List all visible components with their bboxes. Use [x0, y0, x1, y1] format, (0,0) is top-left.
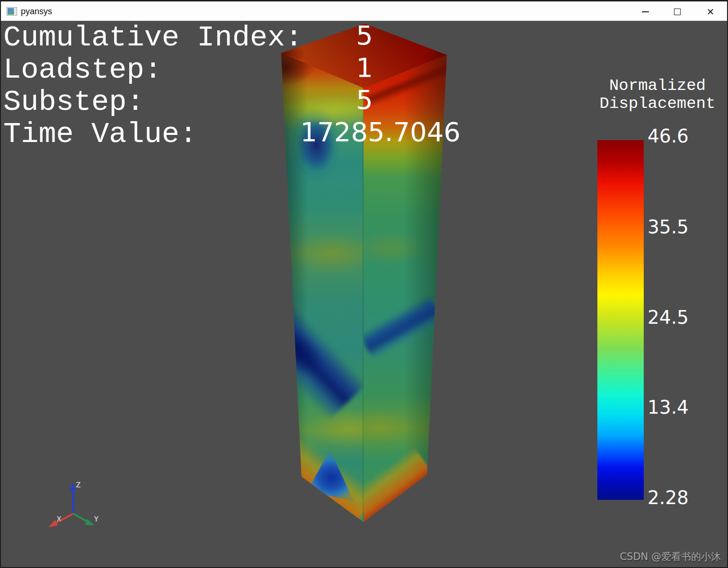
title-bar[interactable]: pyansys ✕ [0, 0, 728, 21]
y-axis-label: Y [93, 515, 99, 524]
x-axis-label: X [56, 515, 62, 524]
render-viewport[interactable]: Cumulative Index: Loadstep: Substep: Tim… [0, 21, 728, 568]
displacement-band-low-right [359, 294, 443, 360]
app-icon-strip [14, 8, 16, 15]
colorbar-gradient [597, 140, 644, 500]
colorbar-tick-max: 46.6 [648, 127, 689, 145]
minimize-icon [642, 11, 649, 12]
colorbar-title-line1: Normalized [587, 77, 728, 95]
close-button[interactable]: ✕ [700, 1, 721, 22]
colorbar-tick: 35.5 [648, 218, 689, 236]
colorbar-title: Normalized Displacement [587, 77, 728, 113]
orientation-axes-widget[interactable]: Z X Y [42, 479, 108, 536]
maximize-button[interactable] [666, 1, 688, 22]
annotation-label-cumulative-index: Cumulative Index: [3, 23, 303, 53]
maximize-icon [674, 9, 681, 15]
window-title: pyansys [21, 7, 52, 17]
annotation-label-loadstep: Loadstep: [3, 55, 162, 85]
mesh-front-edge [363, 88, 364, 522]
z-axis-arrow-icon [70, 483, 76, 490]
app-icon-thumbnail [8, 8, 14, 15]
colorbar-title-line2: Displacement [587, 95, 728, 113]
close-icon: ✕ [707, 7, 715, 17]
z-axis-line [73, 489, 73, 514]
annotation-label-substep: Substep: [3, 88, 144, 117]
z-axis-label: Z [76, 481, 81, 489]
annotation-value-substep: 5 [356, 87, 373, 113]
y-axis-line [73, 514, 88, 522]
app-icon [7, 7, 17, 16]
minimize-button[interactable] [634, 1, 656, 22]
colorbar-tick-min: 2.28 [648, 488, 689, 507]
y-axis-arrow-icon [85, 519, 95, 525]
annotation-value-time-value: 17285.7046 [301, 119, 461, 145]
annotation-label-time-value: Time Value: [3, 120, 197, 149]
annotation-value-loadstep: 1 [356, 54, 373, 81]
colorbar-tick: 24.5 [648, 308, 689, 327]
watermark: CSDN @爱看书的小沐 [620, 550, 721, 563]
annotation-value-cumulative-index: 5 [356, 22, 373, 49]
colorbar-tick: 13.4 [648, 398, 689, 417]
